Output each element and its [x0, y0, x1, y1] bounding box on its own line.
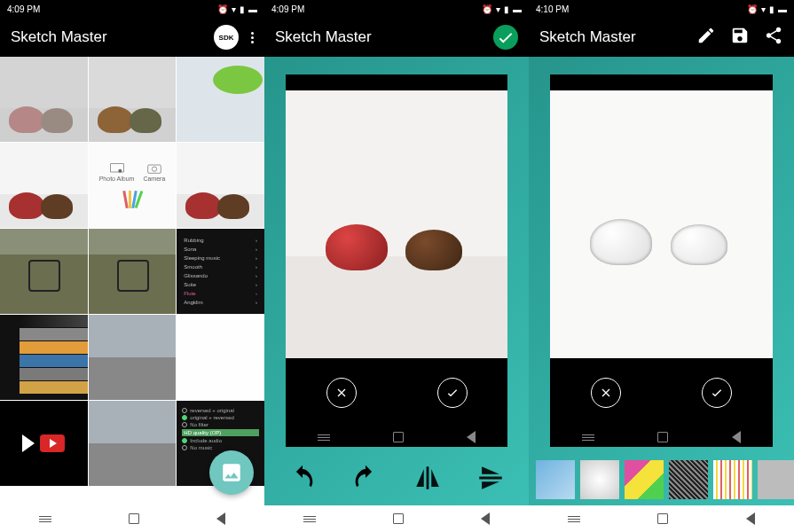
status-time: 4:10 PM [536, 4, 569, 14]
wifi-icon: ▾ [496, 4, 500, 14]
app-title: Sketch Master [275, 28, 493, 46]
sdk-badge[interactable]: SDK [214, 25, 239, 50]
image-gallery-grid: Photo Album Camera Rubbing› Sona› Sleepi… [0, 57, 264, 505]
nav-back-icon[interactable] [732, 431, 741, 443]
gallery-thumb[interactable] [0, 229, 88, 314]
status-time: 4:09 PM [7, 4, 40, 14]
app-title-bar: Sketch Master SDK [0, 18, 264, 57]
nav-recent-icon[interactable] [129, 513, 139, 524]
nav-back-icon[interactable] [467, 431, 476, 443]
share-button[interactable] [764, 26, 783, 49]
gallery-thumb[interactable] [0, 401, 88, 486]
crop-control-bar [286, 358, 507, 427]
signal-icon: ▮ [504, 4, 509, 14]
nav-recent-icon[interactable] [393, 513, 404, 524]
crop-editor [264, 57, 529, 505]
nav-back-icon[interactable] [216, 512, 225, 525]
gallery-thumb[interactable] [89, 315, 177, 400]
wifi-icon: ▾ [232, 4, 236, 14]
alarm-icon: ⏰ [747, 4, 758, 14]
android-nav-bar [264, 505, 529, 532]
alarm-icon: ⏰ [482, 4, 492, 14]
texture-swatch[interactable] [713, 460, 752, 499]
gallery-thumb[interactable] [0, 57, 88, 142]
redo-button[interactable] [350, 463, 381, 497]
android-nav-bar [529, 505, 794, 532]
battery-icon: ▬ [248, 4, 257, 14]
texture-swatch[interactable] [536, 460, 575, 499]
status-bar: 4:09 PM ⏰▾▮▬ [264, 0, 529, 18]
gallery-thumb[interactable] [0, 315, 88, 400]
svg-rect-2 [148, 165, 161, 173]
crop-image-preview[interactable] [286, 90, 507, 358]
sketch-stage [550, 74, 773, 447]
gallery-thumb[interactable]: Photo Album Camera [89, 143, 177, 228]
phone-screen-gallery: 4:09 PM ⏰ ▾ ▮ ▬ Sketch Master SDK Photo … [0, 0, 264, 532]
status-icons: ⏰ ▾ ▮ ▬ [217, 4, 257, 14]
gallery-thumb[interactable] [177, 315, 264, 400]
overflow-menu-icon[interactable] [251, 32, 254, 43]
mini-nav-bar [550, 427, 773, 447]
texture-swatch[interactable] [625, 460, 664, 499]
sketch-image-preview[interactable] [550, 90, 773, 358]
nav-menu-icon[interactable] [318, 434, 330, 441]
svg-point-3 [152, 167, 156, 171]
gallery-thumb[interactable] [89, 401, 177, 486]
status-bar: 4:09 PM ⏰ ▾ ▮ ▬ [0, 0, 264, 18]
signal-icon: ▮ [240, 4, 245, 14]
mini-nav-bar [286, 427, 507, 447]
texture-palette [529, 454, 794, 505]
nav-menu-icon[interactable] [39, 516, 51, 522]
gallery-thumb[interactable] [89, 57, 177, 142]
gallery-thumb[interactable]: Rubbing› Sona› Sleeping music› Smooth› G… [177, 229, 264, 314]
confirm-check-button[interactable] [493, 25, 518, 50]
alarm-icon: ⏰ [217, 4, 228, 14]
gallery-content: Photo Album Camera Rubbing› Sona› Sleepi… [0, 57, 264, 505]
android-nav-bar [0, 505, 264, 532]
sketch-control-bar [550, 358, 773, 427]
crop-cancel-button[interactable] [326, 378, 357, 408]
nav-back-icon[interactable] [746, 512, 755, 525]
wifi-icon: ▾ [761, 4, 766, 14]
nav-menu-icon[interactable] [582, 434, 594, 441]
texture-swatch[interactable] [758, 460, 794, 499]
flip-vertical-button[interactable] [476, 463, 506, 497]
app-title: Sketch Master [11, 28, 214, 46]
crop-accept-button[interactable] [437, 378, 468, 408]
gallery-thumb[interactable] [177, 57, 264, 142]
svg-point-1 [118, 168, 122, 172]
undo-button[interactable] [287, 463, 318, 497]
texture-swatch[interactable] [580, 460, 619, 499]
status-time: 4:09 PM [271, 4, 304, 14]
gallery-thumb[interactable] [177, 143, 264, 228]
flip-horizontal-button[interactable] [413, 463, 443, 497]
gallery-thumb[interactable] [89, 229, 177, 314]
crop-stage [286, 74, 507, 447]
signal-icon: ▮ [769, 4, 774, 14]
sketch-accept-button[interactable] [702, 378, 732, 408]
sketch-cancel-button[interactable] [591, 378, 621, 408]
gallery-thumb[interactable] [0, 143, 88, 228]
save-button[interactable] [730, 26, 750, 49]
nav-menu-icon[interactable] [303, 516, 316, 522]
phone-screen-crop: 4:09 PM ⏰▾▮▬ Sketch Master [264, 0, 529, 532]
camera-label: Camera [143, 176, 165, 182]
nav-recent-icon[interactable] [393, 432, 404, 442]
app-title-bar: Sketch Master [529, 18, 794, 57]
app-title: Sketch Master [539, 28, 696, 46]
edit-button[interactable] [696, 26, 716, 49]
battery-icon: ▬ [513, 4, 522, 14]
phone-screen-sketch: 4:10 PM ⏰▾▮▬ Sketch Master [529, 0, 794, 532]
gallery-fab-button[interactable] [209, 450, 254, 495]
texture-swatch[interactable] [669, 460, 708, 499]
nav-recent-icon[interactable] [657, 432, 668, 442]
battery-icon: ▬ [778, 4, 787, 14]
transform-toolbar [264, 454, 529, 505]
photo-album-label: Photo Album [99, 176, 135, 182]
sketch-editor [529, 57, 794, 505]
nav-menu-icon[interactable] [568, 516, 580, 522]
app-title-bar: Sketch Master [264, 18, 529, 57]
nav-back-icon[interactable] [481, 512, 490, 525]
nav-recent-icon[interactable] [657, 513, 668, 524]
status-bar: 4:10 PM ⏰▾▮▬ [529, 0, 794, 18]
